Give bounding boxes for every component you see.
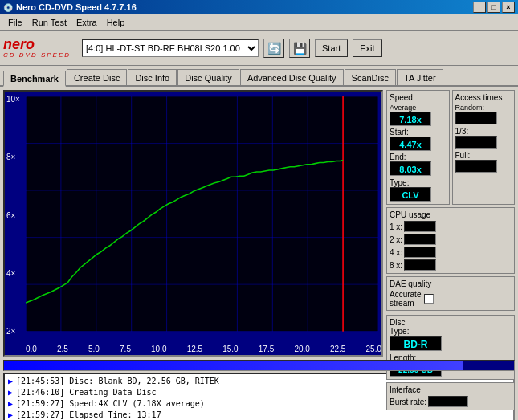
tab-scan-disc[interactable]: ScanDisc [345,69,396,85]
cpu-8x-row: 8 x: [390,259,436,271]
x-axis: 0.0 2.5 5.0 7.5 10.0 12.5 15.0 17.5 20.0… [26,345,381,353]
cpu-2x-label: 2 x: [390,235,402,244]
refresh-icon[interactable]: 🔄 [263,39,284,58]
tab-advanced-disc-quality[interactable]: Advanced Disc Quality [240,69,344,85]
title-bar-controls[interactable]: _ □ × [473,2,515,13]
onethird-label: 1/3: [455,127,469,136]
x-label-22.5: 22.5 [330,345,345,353]
log-text: [21:45:53] Disc: Blank BD, 22.56 GB, RIT… [16,376,219,387]
progress-bar [4,361,463,370]
x-label-10: 10.0 [151,345,166,353]
full-row: Full: [455,150,512,160]
dae-checkbox[interactable] [424,294,434,304]
cpu-2x-row: 2 x: [390,234,436,245]
access-title: Access times [455,93,512,102]
y-label-4x: 4× [6,269,20,278]
cpu-1x-row: 1 x: [390,221,436,232]
interface-panel: Interface Burst rate: [386,382,515,410]
log-icon: ▶ [8,410,13,420]
access-panel: Access times Random: 1/3: Full: [452,90,516,205]
end-label: End: [390,153,406,161]
log-icon: ▶ [8,376,13,387]
dae-stream-label: stream [390,299,421,308]
cpu-1x-label: 1 x: [390,222,402,231]
menu-file[interactable]: File [3,16,27,29]
title-bar-left: 💿 Nero CD-DVD Speed 4.7.7.16 [3,2,137,12]
main-content: 10× 8× 6× 4× 2× [0,87,518,360]
cpu-panel: CPU usage 1 x: 2 x: 4 x: [386,207,515,274]
dae-title: DAE quality [390,279,512,288]
start-button[interactable]: Start [315,39,348,57]
cpu-title: CPU usage [390,210,512,219]
tab-disc-quality[interactable]: Disc Quality [177,69,239,85]
random-label: Random: [455,104,512,112]
type-value: CLV [390,187,431,202]
x-label-17.5: 17.5 [259,345,274,353]
disc-type-label2: Type: [390,327,409,336]
tab-ta-jitter[interactable]: TA Jitter [397,69,443,85]
tab-bar: Benchmark Create Disc Disc Info Disc Qua… [0,66,518,87]
minimize-button[interactable]: _ [473,2,486,13]
tab-disc-info[interactable]: Disc Info [128,69,177,85]
start-label: Start: [390,128,409,137]
tab-benchmark[interactable]: Benchmark [3,71,66,87]
cpu-4x-label: 4 x: [390,248,402,257]
menu-run-test[interactable]: Run Test [27,16,71,29]
logo-text: nero [3,37,71,51]
x-label-12.5: 12.5 [187,345,202,353]
average-label: Average [390,104,447,112]
x-label-7.5: 7.5 [120,345,131,353]
y-label-10x: 10× [6,95,20,104]
chart-svg [26,96,378,332]
log-icon: ▶ [8,387,13,398]
exit-button[interactable]: Exit [353,39,381,57]
menu-extra[interactable]: Extra [71,16,102,29]
maximize-button[interactable]: □ [487,2,500,13]
cpu-1x-value [404,221,436,232]
disc-type-row: Disc Type: [390,318,512,336]
y-label-8x: 8× [6,153,20,161]
start-value: 4.47x [390,137,431,151]
title-bar: 💿 Nero CD-DVD Speed 4.7.7.16 _ □ × [0,0,518,14]
window-title: Nero CD-DVD Speed 4.7.7.16 [16,2,137,12]
save-icon[interactable]: 💾 [289,39,310,58]
x-label-2.5: 2.5 [57,345,68,353]
cpu-4x-row: 4 x: [390,247,436,258]
speed-access-row: Speed Average 7.18x Start: 4.47x End: 8.… [386,90,515,205]
x-label-25: 25.0 [366,345,381,353]
cpu-8x-label: 8 x: [390,261,402,270]
chart-container: 10× 8× 6× 4× 2× [3,90,383,357]
log-line: ▶[21:59:27] Elapsed Time: 13:17 [8,410,510,420]
end-row: End: [390,153,447,161]
speed-title: Speed [390,93,447,102]
cpu-8x-value [404,259,436,271]
x-label-5: 5.0 [88,345,100,353]
x-label-15: 15.0 [222,345,238,353]
right-panel: Speed Average 7.18x Start: 4.47x End: 8.… [386,90,515,357]
cpu-left: 1 x: 2 x: 4 x: 8 x: [390,221,436,271]
menu-bar: File Run Test Extra Help [0,14,518,31]
onethird-value [455,136,497,149]
progress-bar-container [3,360,515,371]
end-value: 8.03x [390,161,431,176]
y-label-2x: 2× [6,327,20,336]
start-row: Start: [390,128,447,137]
tab-create-disc[interactable]: Create Disc [67,69,127,85]
disc-type-value: BD-R [390,336,442,351]
menu-help[interactable]: Help [102,16,130,29]
close-button[interactable]: × [502,2,515,13]
cpu-rows: 1 x: 2 x: 4 x: 8 x: [390,221,512,271]
drive-select[interactable]: [4:0] HL-DT-ST BD-RE BH08LS20 1.00 [82,39,259,57]
average-value: 7.18x [390,112,431,126]
random-value [455,112,497,124]
burst-row: Burst rate: [390,396,512,407]
y-axis: 10× 8× 6× 4× 2× [6,92,20,339]
x-label-0: 0.0 [26,345,37,353]
log-text: [21:59:27] Elapsed Time: 13:17 [16,410,161,420]
logo-sub: CD·DVD·SPEED [3,51,71,59]
disc-type-labels: Disc Type: [390,318,409,336]
burst-value [428,396,468,407]
type-label: Type: [390,178,409,187]
log-text: [21:46:10] Creating Data Disc [16,387,157,398]
type-row: Type: [390,177,447,187]
